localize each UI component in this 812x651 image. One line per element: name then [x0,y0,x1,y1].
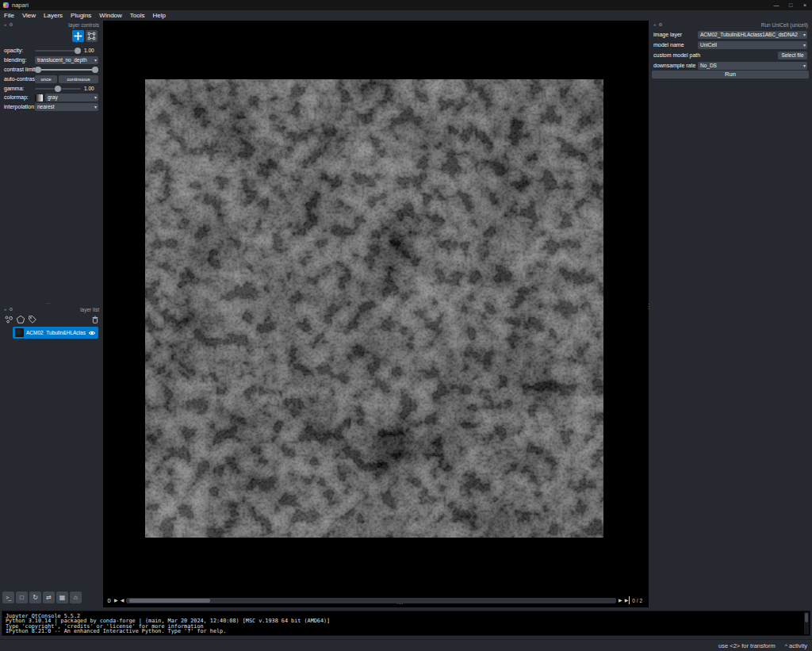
model-name-row: model name UniCell ▾ [651,40,810,50]
panel-settings-icon[interactable]: ⚙ [658,21,662,28]
contrast-slider-range [36,69,97,71]
menu-help[interactable]: Help [149,10,170,21]
image-layer-row: image layer ACM02_Tubulin&HLAclass1ABC_d… [651,30,810,40]
opacity-value: 1.00 [84,48,94,53]
menu-file[interactable]: File [0,10,18,21]
interpolation-row: interpolation: nearest ▾ [2,102,102,111]
panel-collapse-icon[interactable]: « [4,306,6,312]
layer-list-title: layer list [80,307,102,312]
chevron-down-icon: ▾ [803,62,806,70]
opacity-slider-thumb[interactable] [75,48,81,54]
chevron-down-icon: ▾ [803,41,806,49]
transform-icon [87,32,96,40]
downsample-rate-label: downsample rate [653,63,695,68]
interpolation-label: interpolation: [4,104,36,109]
next-frame-icon[interactable]: ▶ [619,596,622,604]
console-scrollbar[interactable] [804,612,809,634]
new-shapes-layer-button[interactable] [14,313,26,325]
contrast-low-thumb[interactable] [35,67,41,73]
auto-contrast-row: auto-contrast: once continuous [2,75,102,83]
console-panel[interactable]: Jupyter QtConsole 5.5.2 Python 3.10.14 |… [2,611,810,636]
menu-plugins[interactable]: Plugins [67,10,95,21]
menu-layers[interactable]: Layers [40,10,67,21]
custom-model-path-row: custom model path Select file [651,51,810,60]
new-labels-layer-button[interactable] [26,313,38,325]
window-title: napari [12,2,29,9]
panel-collapse-icon[interactable]: « [4,21,6,28]
menu-tools[interactable]: Tools [126,10,149,21]
chevron-up-icon: ^ [785,643,787,649]
downsample-rate-select[interactable]: No_DS ▾ [698,62,807,70]
chevron-down-icon: ▾ [94,103,97,111]
panel-collapse-icon[interactable]: « [653,21,656,28]
model-name-select[interactable]: UniCell ▾ [698,41,807,49]
colormap-gradient [35,94,43,101]
pan-zoom-button[interactable] [72,30,84,42]
chevron-down-icon: ▾ [94,56,97,64]
contrast-limits-row: contrast limits: [2,65,102,74]
gamma-row: gamma: 1.00 [2,84,102,93]
layer-controls-header: « ⚙ layer controls [2,21,102,28]
transform-button[interactable] [86,30,98,42]
plugin-dock-header: « ⚙ Run UniCell (unicell) [651,21,810,28]
image-layer-select[interactable]: ACM02_Tubulin&HLAclass1ABC_dsDNA2 ▾ [698,31,807,39]
console-line: IPython 8.21.0 -- An enhanced Interactiv… [6,629,806,634]
activity-button[interactable]: ^ activity [785,642,807,649]
menu-view[interactable]: View [18,10,40,21]
image-layer-label: image layer [653,32,682,37]
console-scrollbar-thumb[interactable] [805,613,808,622]
colormap-select[interactable]: gray ▾ [45,94,98,101]
console-splitter-handle[interactable]: ⋯ [396,600,404,607]
colormap-row: colormap: gray ▾ [2,93,102,101]
interpolation-select[interactable]: nearest ▾ [35,103,98,111]
home-reset-view-button[interactable]: ⌂ [70,592,82,603]
gamma-slider-thumb[interactable] [55,86,61,92]
opacity-slider[interactable] [35,47,81,55]
previous-frame-icon[interactable]: ◀ [121,596,124,604]
layer-list-header: « ⚙ layer list [2,306,102,312]
panel-settings-icon[interactable]: ⚙ [9,306,13,312]
colormap-value: gray [48,94,58,100]
auto-contrast-continuous-button[interactable]: continuous [59,75,98,83]
menu-window[interactable]: Window [95,10,125,21]
status-bar: use <2> for transform ^ activity [0,639,812,651]
close-button[interactable]: × [798,0,812,10]
gamma-value: 1.00 [84,86,94,91]
image-layer-value: ACM02_Tubulin&HLAclass1ABC_dsDNA2 [700,32,798,37]
delete-layer-button[interactable] [89,313,101,325]
chevron-down-icon: ▾ [94,94,97,101]
auto-contrast-once-button[interactable]: once [35,75,57,83]
console-button[interactable]: >_ [2,592,14,603]
gamma-slider[interactable] [35,85,81,93]
layer-row[interactable]: ACM02_Tubulin&HLAclass1AB... [13,327,98,339]
new-points-layer-button[interactable] [2,313,14,325]
points-icon [4,315,13,324]
title-bar: napari — □ × [0,0,812,10]
last-frame-icon[interactable]: ▶ [625,596,630,604]
grid-view-button[interactable]: ▦ [56,592,68,603]
dims-scrollbar-thumb[interactable] [129,599,210,603]
blending-select[interactable]: translucent_no_depth ▾ [35,56,98,64]
contrast-limits-slider[interactable] [35,66,98,74]
ndisplay-icon: □ [20,594,24,601]
model-name-label: model name [653,42,684,48]
minimize-button[interactable]: — [769,0,783,10]
play-icon[interactable]: ▶ [114,596,118,604]
run-button[interactable]: Run [652,71,809,79]
roll-dimensions-button[interactable]: ↻ [29,592,41,603]
napari-logo-icon [3,2,9,8]
blending-row: blending: translucent_no_depth ▾ [2,56,102,64]
viewer-canvas[interactable]: 0 ▶ ◀ ▶ ▶ 0 / 2 [103,21,649,607]
maximize-button[interactable]: □ [783,0,798,10]
pan-arrows-icon [74,32,82,40]
panel-settings-icon[interactable]: ⚙ [9,21,13,28]
contrast-high-thumb[interactable] [92,67,98,73]
visibility-eye-icon[interactable] [88,330,96,336]
auto-contrast-label: auto-contrast: [4,76,38,82]
dims-scrollbar[interactable] [126,598,616,603]
transpose-dimensions-button[interactable]: ⇄ [43,592,55,603]
status-hint: use <2> for transform [718,642,776,649]
ndisplay-toggle-button[interactable]: □ [16,592,28,603]
window-controls: — □ × [769,0,812,10]
select-file-button[interactable]: Select file [778,52,807,59]
